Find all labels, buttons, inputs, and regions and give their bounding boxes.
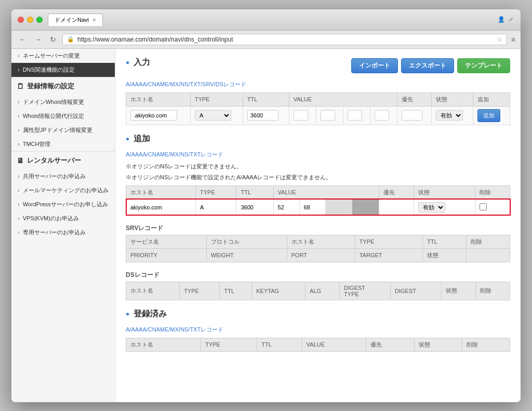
input-value4[interactable] [375, 110, 389, 121]
user-icon[interactable]: 👤 [498, 16, 505, 23]
minimize-button[interactable] [27, 17, 33, 23]
active-tab[interactable]: ドメインNavi ✕ [48, 14, 103, 26]
th-ttl: TTL [257, 338, 302, 351]
browser-window: ドメインNavi ✕ 👤 ⤢ ← → ↻ 🔒 https://www.onama… [11, 9, 521, 402]
sidebar-section-registration: 🗒 登録情報の設定 [11, 77, 115, 95]
input-priority-cell [397, 106, 432, 125]
sidebar-item-label: ドメインWhois情報変更 [23, 98, 85, 106]
back-button[interactable]: ← [17, 34, 28, 45]
input-value1[interactable] [294, 110, 308, 121]
bookmark-icon[interactable]: ☆ [497, 36, 502, 43]
sidebar-item-nameserver[interactable]: ネームサーバーの変更 [11, 49, 115, 63]
th-type: TYPE [196, 185, 236, 199]
sidebar-item-whois-public[interactable]: Whois情報公開代行設定 [11, 109, 115, 123]
th-delete: 削除 [475, 185, 510, 199]
sidebar-item-label: メールマーケティングのお申込み [23, 187, 109, 194]
th-type: TYPE [180, 282, 220, 300]
input-value-cell1 [289, 106, 316, 125]
th-status: 状態 [423, 248, 467, 262]
sidebar-item-label: TMCH管理 [23, 140, 51, 148]
add-status-select[interactable]: 有効 無効 [418, 202, 445, 213]
input-status-select[interactable]: 有効 無効 [436, 110, 463, 121]
maximize-button[interactable] [36, 17, 43, 23]
server-icon: 🖥 [17, 156, 24, 165]
add-subtitle[interactable]: A/AAAA/CNAME/MX/NS/TXTレコード [126, 151, 510, 158]
registered-header-row: ホスト名 TYPE TTL VALUE 優先 状態 削除 [126, 338, 510, 351]
sidebar-item-jp-domain[interactable]: 属性型JPドメイン情報変更 [11, 123, 115, 137]
tab-close-icon[interactable]: ✕ [92, 17, 96, 23]
ds-table: ホスト名 TYPE TTL KEYTAG ALG DIGESTTYPE DIGE… [126, 282, 510, 300]
address-bar: ← → ↻ 🔒 https://www.onamae.com/domain/na… [11, 31, 521, 49]
sidebar-item-whois[interactable]: ドメインWhois情報変更 [11, 95, 115, 109]
th-ttl: TTL [236, 185, 273, 199]
input-table: ホスト名 TYPE TTL VALUE 優先 状態 追加 [126, 92, 510, 125]
th-type: TYPE [355, 235, 423, 248]
template-button[interactable]: テンプレート [457, 58, 510, 73]
input-value-cell2 [316, 106, 343, 125]
forward-button[interactable]: → [32, 34, 44, 45]
input-section-title: 入力 [126, 57, 150, 68]
th-type: TYPE [201, 338, 257, 351]
th-alg: ALG [305, 282, 340, 300]
input-hostname-field[interactable] [130, 110, 177, 121]
th-status: 状態 [414, 185, 475, 199]
export-button[interactable]: エクスポート [401, 58, 454, 73]
menu-icon[interactable]: ≡ [511, 35, 515, 44]
window-controls: 👤 ⤢ [498, 16, 514, 23]
add-ip4-cell [352, 199, 379, 215]
add-ip2-cell: 68 [299, 199, 325, 215]
registered-subtitle[interactable]: A/AAAA/CNAME/MX/NS/TXTレコード [126, 326, 510, 334]
sidebar-item-tmch[interactable]: TMCH管理 [11, 137, 115, 151]
import-button[interactable]: インポート [351, 58, 398, 73]
th-hostname: ホスト名 [126, 185, 196, 199]
th-hostname: ホスト名 [126, 282, 180, 300]
expand-icon[interactable]: ⤢ [507, 16, 514, 23]
input-ttl-field[interactable] [247, 110, 278, 121]
url-box[interactable]: 🔒 https://www.onamae.com/domain/navi/dns… [62, 34, 507, 45]
th-hostname: ホスト名 [287, 235, 355, 248]
add-section-title: 追加 [126, 134, 510, 144]
input-btn-group: インポート エクスポート テンプレート [351, 58, 510, 73]
ds-section-label: DSレコード [126, 271, 510, 280]
sidebar-item-vps[interactable]: VPS(KVM)のお申込み [11, 211, 115, 226]
add-note2: ※オリジンのNSレコード機能で設定されたA/AAAAレコードは変更できません。 [126, 174, 510, 181]
th-value: VALUE [289, 92, 397, 106]
add-delete-cell [475, 199, 510, 215]
srv-table: サービス名 プロトコル ホスト名 TYPE TTL 削除 PRIORITY WE… [126, 235, 510, 262]
input-value2[interactable] [321, 110, 335, 121]
th-keytag: KEYTAG [252, 282, 305, 300]
sidebar-item-label: Whois情報公開代行設定 [23, 112, 85, 120]
sidebar-item-dns[interactable]: DNS関連機能の設定 [11, 63, 115, 77]
tab-bar: ドメインNavi ✕ [48, 14, 493, 26]
th-digest: DIGEST [391, 282, 442, 300]
add-record-button[interactable]: 追加 [477, 109, 500, 122]
input-type-select[interactable]: A AAAA CNAME MX NS TXT [195, 110, 231, 121]
input-subtitle[interactable]: A/AAAA/CNAME/MX/NS/TXT/SRV/DSレコード [126, 81, 510, 88]
add-ip1-cell: 52 [273, 199, 299, 215]
th-port: PORT [287, 248, 355, 262]
sidebar-item-mail-marketing[interactable]: メールマーケティングのお申込み [11, 183, 115, 197]
input-priority-field[interactable] [402, 110, 422, 121]
input-value-cell3 [343, 106, 370, 125]
sidebar-item-dedicated[interactable]: 専用サーバーのお申込み [11, 226, 115, 240]
th-priority: 優先 [379, 185, 414, 199]
input-add-cell: 追加 [473, 106, 510, 125]
sidebar-item-wordpress[interactable]: WordPressサーバーのお申し込み [11, 197, 115, 211]
input-value3[interactable] [348, 110, 362, 121]
th-priority: PRIORITY [126, 248, 207, 262]
input-section-header: 入力 インポート エクスポート テンプレート [126, 57, 510, 74]
title-bar: ドメインNavi ✕ 👤 ⤢ [11, 9, 521, 31]
input-status-cell: 有効 無効 [432, 106, 473, 125]
delete-checkbox[interactable] [480, 203, 487, 210]
close-button[interactable] [18, 17, 24, 23]
ds-header-row: ホスト名 TYPE TTL KEYTAG ALG DIGESTTYPE DIGE… [126, 282, 510, 300]
input-table-header-row: ホスト名 TYPE TTL VALUE 優先 状態 追加 [126, 92, 510, 106]
add-table-header-row: ホスト名 TYPE TTL VALUE 優先 状態 削除 [126, 185, 510, 199]
th-value: VALUE [302, 338, 366, 351]
reload-button[interactable]: ↻ [48, 34, 58, 45]
traffic-lights [18, 17, 43, 23]
sidebar-item-shared-server[interactable]: 共用サーバーのお申込み [11, 169, 115, 183]
th-empty [467, 248, 510, 262]
input-value-cell4 [370, 106, 397, 125]
lock-icon: 🔒 [67, 36, 74, 43]
